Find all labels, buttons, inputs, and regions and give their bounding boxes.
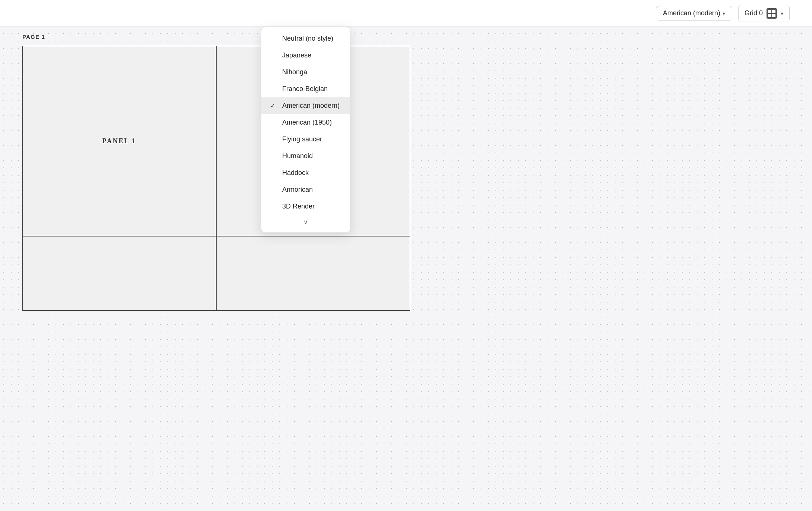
dropdown-item-franco-belgian-label: Franco-Belgian <box>282 85 328 93</box>
dropdown-item-american-modern-label: American (modern) <box>282 102 340 110</box>
page-label: Page 1 <box>22 34 812 40</box>
main-content: Page 1 Panel 1 Panel 2 <box>0 0 812 311</box>
dropdown-item-american-modern[interactable]: ✓ American (modern) <box>261 97 350 114</box>
style-dropdown[interactable]: American (modern) ▾ <box>656 6 732 21</box>
dropdown-item-neutral[interactable]: Neutral (no style) <box>261 30 350 47</box>
grid-dropdown-label: Grid 0 <box>745 9 763 17</box>
dropdown-item-japanese-label: Japanese <box>282 51 311 59</box>
dropdown-item-haddock[interactable]: Haddock <box>261 164 350 181</box>
dropdown-item-armorican-label: Armorican <box>282 186 313 194</box>
style-dropdown-label: American (modern) <box>663 9 720 17</box>
top-bar: American (modern) ▾ Grid 0 ▾ <box>0 0 812 27</box>
dropdown-item-neutral-label: Neutral (no style) <box>282 35 333 43</box>
dropdown-item-nihonga-label: Nihonga <box>282 68 307 76</box>
panel-1-label: Panel 1 <box>102 137 136 145</box>
grid-icon <box>767 8 777 19</box>
grid-dropdown[interactable]: Grid 0 ▾ <box>738 5 790 22</box>
panel-1: Panel 1 <box>22 46 216 236</box>
dropdown-item-humanoid[interactable]: Humanoid <box>261 148 350 164</box>
dropdown-item-american-1950[interactable]: American (1950) <box>261 114 350 131</box>
dropdown-item-armorican[interactable]: Armorican <box>261 181 350 198</box>
panel-4 <box>216 236 410 311</box>
dropdown-more-button[interactable]: ∨ <box>261 215 350 229</box>
dropdown-more-chevron: ∨ <box>303 219 308 226</box>
dropdown-item-japanese[interactable]: Japanese <box>261 47 350 64</box>
dropdown-item-american-1950-label: American (1950) <box>282 119 332 126</box>
dropdown-item-nihonga[interactable]: Nihonga <box>261 64 350 81</box>
dropdown-item-3d-render[interactable]: 3D Render <box>261 198 350 215</box>
dropdown-item-flying-saucer[interactable]: Flying saucer <box>261 131 350 148</box>
panels-grid: Panel 1 Panel 2 <box>22 46 418 311</box>
panel-3 <box>22 236 216 311</box>
grid-dropdown-chevron: ▾ <box>781 10 783 16</box>
dropdown-item-franco-belgian[interactable]: Franco-Belgian <box>261 81 350 97</box>
style-dropdown-menu: Neutral (no style) Japanese Nihonga Fran… <box>261 27 350 233</box>
checkmark-icon: ✓ <box>270 102 278 109</box>
dropdown-item-flying-saucer-label: Flying saucer <box>282 135 322 143</box>
dropdown-item-haddock-label: Haddock <box>282 169 309 177</box>
style-dropdown-chevron: ▾ <box>723 10 725 16</box>
dropdown-item-3d-render-label: 3D Render <box>282 203 315 210</box>
dropdown-item-humanoid-label: Humanoid <box>282 152 313 160</box>
